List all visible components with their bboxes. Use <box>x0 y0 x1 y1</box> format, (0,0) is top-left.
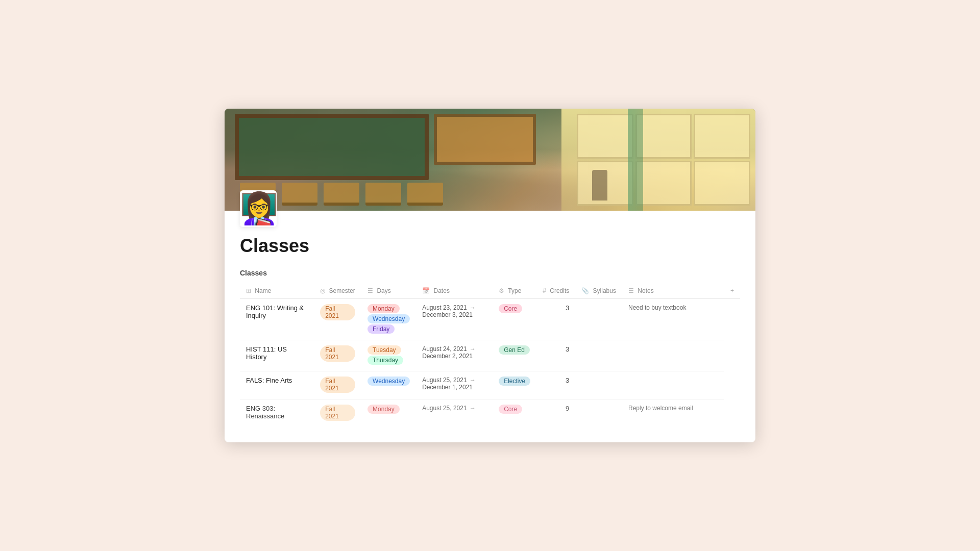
page-title: Classes <box>240 235 740 257</box>
tag-semester-1: Fall 2021 <box>320 345 355 362</box>
table-header-row: ⊞ Name ◎ Semester ☰ Days 📅 <box>240 283 740 299</box>
tag-day-mon-3: Monday <box>368 405 400 414</box>
tag-type-2: Elective <box>499 377 530 386</box>
cell-credits-3: 9 <box>536 399 575 428</box>
cell-dates-1: August 24, 2021 → December 2, 2021 <box>416 340 493 371</box>
page-icon-area: 👩‍🏫 <box>225 190 755 227</box>
col-header-semester[interactable]: ◎ Semester <box>314 283 361 299</box>
cell-notes-2 <box>622 371 724 399</box>
classes-table-wrapper: ⊞ Name ◎ Semester ☰ Days 📅 <box>240 283 740 427</box>
cell-notes-0: Need to buy textbook <box>622 299 724 340</box>
col-header-notes[interactable]: ☰ Notes <box>622 283 724 299</box>
window-pane-2 <box>635 114 692 159</box>
page-content: Classes Classes ⊞ Name ◎ Semester <box>225 227 755 442</box>
cell-dates-2: August 25, 2021 → December 1, 2021 <box>416 371 493 399</box>
tag-day-wed-2: Wednesday <box>368 377 410 386</box>
table-row: ENG 101: Writing & Inquiry Fall 2021 Mon… <box>240 299 740 340</box>
cell-notes-1 <box>622 340 724 371</box>
cell-days-1: Tuesday Thursday <box>361 340 416 371</box>
cell-dates-0: August 23, 2021 → December 3, 2021 <box>416 299 493 340</box>
cell-notes-3: Reply to welcome email <box>622 399 724 428</box>
cell-days-0: Monday Wednesday Friday <box>361 299 416 340</box>
col-header-type[interactable]: ⚙ Type <box>493 283 536 299</box>
tag-day-wed-0: Wednesday <box>368 314 410 323</box>
tag-day-mon-0: Monday <box>368 304 400 313</box>
classes-table: ⊞ Name ◎ Semester ☰ Days 📅 <box>240 283 740 427</box>
days-col-icon: ☰ <box>368 287 373 294</box>
cell-days-3: Monday <box>361 399 416 428</box>
tag-semester-2: Fall 2021 <box>320 377 355 393</box>
tag-semester-0: Fall 2021 <box>320 304 355 320</box>
cell-credits-2: 3 <box>536 371 575 399</box>
app-window: 👩‍🏫 Classes Classes ⊞ Name ◎ Semester <box>225 109 755 442</box>
page-icon: 👩‍🏫 <box>240 190 277 227</box>
semester-col-icon: ◎ <box>320 287 325 294</box>
cell-credits-1: 3 <box>536 340 575 371</box>
cell-dates-3: August 25, 2021 → <box>416 399 493 428</box>
col-header-syllabus[interactable]: 📎 Syllabus <box>575 283 622 299</box>
cell-credits-0: 3 <box>536 299 575 340</box>
window-pane-1 <box>577 114 633 159</box>
cell-name-3[interactable]: ENG 303: Renaissance <box>240 399 314 428</box>
tag-type-1: Gen Ed <box>499 345 530 355</box>
cell-type-0: Core <box>493 299 536 340</box>
cell-syllabus-1 <box>575 340 622 371</box>
tag-day-tue-1: Tuesday <box>368 345 401 355</box>
section-label: Classes <box>240 269 740 277</box>
cell-name-1[interactable]: HIST 111: US History <box>240 340 314 371</box>
cell-syllabus-0 <box>575 299 622 340</box>
tag-type-3: Core <box>499 405 522 414</box>
tag-semester-3: Fall 2021 <box>320 405 355 421</box>
dates-col-icon: 📅 <box>422 287 430 294</box>
cell-name-2[interactable]: FALS: Fine Arts <box>240 371 314 399</box>
cell-type-3: Core <box>493 399 536 428</box>
cell-name-0[interactable]: ENG 101: Writing & Inquiry <box>240 299 314 340</box>
cell-semester-1: Fall 2021 <box>314 340 361 371</box>
col-header-name[interactable]: ⊞ Name <box>240 283 314 299</box>
window-pane-3 <box>694 114 750 159</box>
table-row: HIST 111: US History Fall 2021 Tuesday T… <box>240 340 740 371</box>
bulletin-board-decoration <box>434 114 536 165</box>
chalkboard-decoration <box>235 114 429 180</box>
cell-type-2: Elective <box>493 371 536 399</box>
cell-days-2: Wednesday <box>361 371 416 399</box>
col-header-days[interactable]: ☰ Days <box>361 283 416 299</box>
tag-day-thu-1: Thursday <box>368 356 403 365</box>
cell-semester-0: Fall 2021 <box>314 299 361 340</box>
cell-semester-3: Fall 2021 <box>314 399 361 428</box>
add-column-button[interactable]: + <box>724 283 740 299</box>
syllabus-col-icon: 📎 <box>581 287 589 294</box>
tag-day-fri-0: Friday <box>368 324 395 334</box>
cell-semester-2: Fall 2021 <box>314 371 361 399</box>
type-col-icon: ⚙ <box>499 287 504 294</box>
cell-syllabus-2 <box>575 371 622 399</box>
tag-type-0: Core <box>499 304 522 313</box>
notes-col-icon: ☰ <box>628 287 634 294</box>
cell-syllabus-3 <box>575 399 622 428</box>
table-row: ENG 303: Renaissance Fall 2021 Monday Au… <box>240 399 740 428</box>
table-row: FALS: Fine Arts Fall 2021 Wednesday Augu… <box>240 371 740 399</box>
credits-col-icon: # <box>543 287 546 294</box>
col-header-dates[interactable]: 📅 Dates <box>416 283 493 299</box>
name-col-icon: ⊞ <box>246 287 251 294</box>
cell-type-1: Gen Ed <box>493 340 536 371</box>
col-header-credits[interactable]: # Credits <box>536 283 575 299</box>
